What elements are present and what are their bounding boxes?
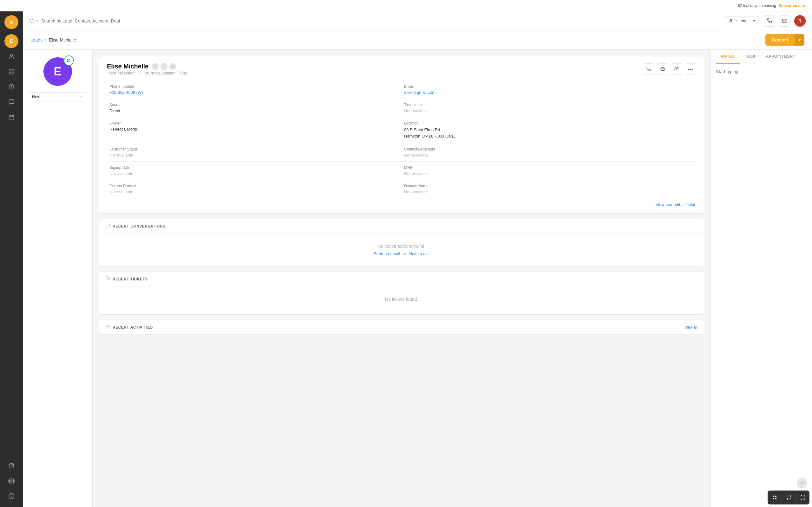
svg-line-17 xyxy=(33,22,34,23)
contact-name: Elise Michelle xyxy=(107,63,148,70)
search-icon-btn[interactable] xyxy=(29,18,39,23)
field-customer-status-value: Not available xyxy=(109,153,399,158)
contact-phone-button[interactable] xyxy=(643,63,654,75)
field-phone-label: Phone number xyxy=(109,84,399,89)
transfer-button[interactable] xyxy=(781,491,796,504)
add-lead-chevron[interactable]: ▾ xyxy=(750,18,755,23)
email-icon xyxy=(782,18,787,23)
phone-button[interactable] xyxy=(764,15,775,26)
lead-avatar-container: E 24 xyxy=(44,57,72,86)
field-customer-status-label: Customer Status xyxy=(109,147,399,152)
trial-text: 62 trial days remaining xyxy=(738,3,776,8)
field-signup-date-value: Not available xyxy=(109,171,399,176)
view-all-fields-link[interactable]: View and edit all fields xyxy=(107,202,696,207)
field-phone-value[interactable]: 905-652-4509 (W) xyxy=(109,90,399,95)
tab-notes[interactable]: NOTES xyxy=(716,50,740,64)
recent-conversations-header: RECENT CONVERSATIONS xyxy=(99,219,704,233)
field-source: Source Direct xyxy=(107,99,402,117)
field-timezone-value: Not available xyxy=(404,108,694,113)
field-mrr-label: MRR xyxy=(404,165,694,170)
breadcrumb-bar: Leads › Elise Michelle Convert ▾ xyxy=(23,31,812,50)
linkedin-icon[interactable]: in xyxy=(169,63,176,70)
field-location-label: Location xyxy=(404,121,694,125)
contact-edit-button[interactable] xyxy=(671,63,682,75)
svg-text:R: R xyxy=(798,18,802,23)
sidebar-item-contacts[interactable] xyxy=(4,49,18,63)
fullscreen-button[interactable] xyxy=(796,491,809,504)
social-icons: f t in xyxy=(152,63,176,70)
field-email-value[interactable]: elise@gmail.com xyxy=(404,90,694,95)
tab-task[interactable]: TASK xyxy=(740,50,761,64)
field-owner-value: Rebecca Moris xyxy=(109,127,399,131)
grid-view-button[interactable] xyxy=(768,491,781,504)
recent-activities-card: RECENT ACTIVITIES View all xyxy=(99,320,704,335)
tickets-icon xyxy=(106,276,110,282)
sidebar-item-settings[interactable] xyxy=(4,474,18,488)
sidebar-item-user[interactable]: E xyxy=(4,34,18,48)
field-timezone-label: Time zone xyxy=(404,103,694,107)
search-input[interactable] xyxy=(41,18,188,23)
sidebar-item-deals[interactable] xyxy=(4,80,18,94)
recent-tickets-title: RECENT TICKETS xyxy=(113,277,148,281)
email-button[interactable] xyxy=(779,15,791,26)
field-current-product: Current Product Not available xyxy=(107,180,402,199)
sidebar: G E xyxy=(0,11,23,507)
edit-icon xyxy=(674,67,679,71)
sidebar-item-reports[interactable] xyxy=(4,65,18,78)
chevron-down-icon xyxy=(79,95,83,99)
recent-tickets-header: RECENT TICKETS xyxy=(99,272,704,286)
field-signup-date: Signup Date Not available xyxy=(107,162,402,180)
add-lead-button[interactable]: + Lead ▾ xyxy=(724,16,760,25)
recent-activities-header: RECENT ACTIVITIES View all xyxy=(99,320,704,335)
twitter-icon[interactable]: t xyxy=(160,63,167,70)
email-action-icon xyxy=(660,67,665,71)
notes-submit-button[interactable] xyxy=(797,478,807,488)
sidebar-item-messages[interactable] xyxy=(4,95,18,109)
field-email-label: Email xyxy=(404,84,694,89)
notes-input[interactable] xyxy=(716,69,807,502)
person-icon xyxy=(728,19,733,23)
add-lead-label: + Lead xyxy=(735,18,748,23)
svg-rect-5 xyxy=(9,72,11,74)
recent-tickets-card: RECENT TICKETS No tickets found. xyxy=(99,272,704,315)
svg-rect-6 xyxy=(12,72,14,74)
status-dropdown[interactable]: New xyxy=(28,92,87,101)
field-source-label: Source xyxy=(109,103,399,107)
grid-icon xyxy=(772,495,777,500)
svg-point-18 xyxy=(730,19,732,21)
fields-grid: Phone number 905-652-4509 (W) Email elis… xyxy=(107,80,696,199)
fullscreen-icon xyxy=(800,495,805,500)
contact-more-button[interactable]: ••• xyxy=(685,63,696,75)
tab-appointment[interactable]: APPOINTMENT xyxy=(761,50,801,64)
right-panel-tabs: NOTES TASK APPOINTMENT xyxy=(711,50,812,64)
convert-chevron-button[interactable]: ▾ xyxy=(795,34,804,46)
view-all-fields-anchor[interactable]: View and edit all fields xyxy=(656,202,696,207)
svg-rect-4 xyxy=(12,69,14,71)
svg-rect-26 xyxy=(775,498,776,499)
send-email-link[interactable]: Send an email xyxy=(374,251,400,256)
app-logo[interactable]: G xyxy=(4,15,18,29)
field-timezone: Time zone Not available xyxy=(402,99,696,117)
contact-name-section: Elise Michelle f t in Vice President • xyxy=(107,63,189,75)
field-current-product-label: Current Product xyxy=(109,184,399,188)
breadcrumb-leads[interactable]: Leads xyxy=(31,38,43,43)
svg-rect-8 xyxy=(9,115,14,120)
sidebar-item-calendar[interactable] xyxy=(4,110,18,124)
activities-icon xyxy=(106,325,110,330)
bottom-bar xyxy=(765,488,812,507)
facebook-icon[interactable]: f xyxy=(152,63,159,70)
status-label: New xyxy=(32,95,40,99)
contact-header: Elise Michelle f t in Vice President • xyxy=(107,63,696,75)
sidebar-item-help[interactable] xyxy=(4,489,18,503)
subscribe-link[interactable]: Subscribe now xyxy=(779,3,806,8)
convert-button[interactable]: Convert xyxy=(765,34,795,46)
view-all-activities-button[interactable]: View all xyxy=(684,325,698,330)
user-avatar[interactable]: R xyxy=(794,15,806,26)
make-call-link[interactable]: Make a call xyxy=(409,251,429,256)
recent-conversations-title: RECENT CONVERSATIONS xyxy=(113,224,165,228)
svg-text:G: G xyxy=(10,20,13,25)
sidebar-item-analytics[interactable] xyxy=(4,459,18,473)
field-mrr: MRR Not available xyxy=(402,162,696,180)
contact-email-button[interactable] xyxy=(657,63,668,75)
field-owner-label: Owner xyxy=(109,121,399,125)
